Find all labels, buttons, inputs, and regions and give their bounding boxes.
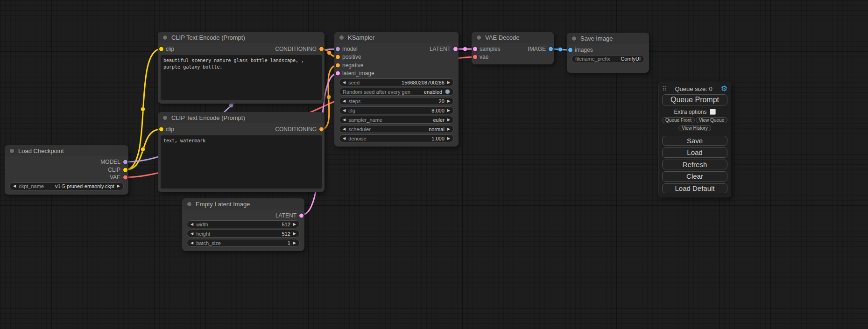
input-slot-positive[interactable] xyxy=(336,55,340,59)
view-history-button[interactable]: View History xyxy=(678,125,711,131)
input-label-images: images xyxy=(575,47,593,53)
link-midpoint-dot xyxy=(141,147,145,152)
node-title: CLIP Text Encode (Prompt) xyxy=(171,34,245,41)
node-load-checkpoint[interactable]: Load Checkpoint MODEL CLIP VAE ◀ ckpt_na… xyxy=(5,145,128,195)
widget-sampler-name[interactable]: ◀ sampler_name euler ▶ xyxy=(339,116,454,124)
toggle-dot-icon[interactable] xyxy=(445,89,450,94)
increment-icon[interactable]: ▶ xyxy=(293,241,296,245)
node-title-bar[interactable]: Save Image xyxy=(567,33,649,44)
node-title-bar[interactable]: Empty Latent Image xyxy=(182,198,304,210)
input-slot-clip[interactable] xyxy=(159,127,163,131)
extra-options-checkbox[interactable] xyxy=(710,109,716,115)
node-status-dot-icon xyxy=(339,35,344,40)
increment-icon[interactable]: ▶ xyxy=(293,223,296,226)
node-clip-text-encode-positive[interactable]: CLIP Text Encode (Prompt) clip CONDITION… xyxy=(158,32,325,104)
queue-panel[interactable]: ⠿ Queue size: 0 ⚙ Queue Prompt Extra opt… xyxy=(658,82,731,197)
save-button[interactable]: Save xyxy=(662,136,727,146)
extra-options-row: Extra options xyxy=(662,109,727,115)
decrement-icon[interactable]: ◀ xyxy=(191,223,193,226)
widget-filename-prefix[interactable]: filename_prefix ComfyUI xyxy=(572,55,644,63)
input-slot-clip[interactable] xyxy=(159,47,163,51)
decrement-icon[interactable]: ◀ xyxy=(343,99,346,103)
node-clip-text-encode-negative[interactable]: CLIP Text Encode (Prompt) clip CONDITION… xyxy=(158,112,325,192)
prompt-textarea[interactable]: text, watermark xyxy=(161,135,322,189)
drag-handle-icon[interactable]: ⠿ xyxy=(662,85,667,92)
graph-canvas[interactable]: Load Checkpoint MODEL CLIP VAE ◀ ckpt_na… xyxy=(0,0,868,329)
increment-icon[interactable]: ▶ xyxy=(293,232,296,236)
widget-denoise[interactable]: ◀ denoise 1.000 ▶ xyxy=(339,134,454,142)
input-label-samples: samples xyxy=(480,46,501,52)
view-queue-button[interactable]: View Queue xyxy=(696,117,727,123)
increment-icon[interactable]: ▶ xyxy=(447,99,450,103)
prompt-textarea[interactable]: beautiful scenery nature glass bottle la… xyxy=(161,55,322,100)
output-label-model: MODEL xyxy=(100,159,120,165)
output-slot-model[interactable] xyxy=(123,160,127,164)
load-button[interactable]: Load xyxy=(662,147,727,157)
node-empty-latent-image[interactable]: Empty Latent Image LATENT ◀ width 512 ▶ … xyxy=(182,198,304,251)
widget-steps[interactable]: ◀ steps 20 ▶ xyxy=(339,97,454,105)
link-midpoint-dot xyxy=(327,51,332,55)
decrement-icon[interactable]: ◀ xyxy=(343,137,346,140)
widget-batch-size[interactable]: ◀ batch_size 1 ▶ xyxy=(187,239,300,247)
output-label-conditioning: CONDITIONING xyxy=(275,126,317,133)
increment-icon[interactable]: ▶ xyxy=(117,184,120,188)
queue-front-button[interactable]: Queue Front xyxy=(662,117,695,123)
output-slot-latent[interactable] xyxy=(453,47,458,51)
increment-icon[interactable]: ▶ xyxy=(447,137,450,140)
decrement-icon[interactable]: ◀ xyxy=(343,127,346,131)
output-slot-latent[interactable] xyxy=(299,213,303,217)
input-slot-images[interactable] xyxy=(568,48,572,52)
node-ksampler[interactable]: KSampler model LATENT positive negative … xyxy=(334,32,459,147)
node-vae-decode[interactable]: VAE Decode samples IMAGE vae xyxy=(472,32,554,64)
widget-ckpt-name[interactable]: ◀ ckpt_name v1-5-pruned-emaonly.ckpt ▶ xyxy=(9,182,124,190)
node-title-bar[interactable]: CLIP Text Encode (Prompt) xyxy=(158,112,325,123)
output-slot-image[interactable] xyxy=(549,47,553,51)
input-slot-latent-image[interactable] xyxy=(336,71,340,76)
widget-seed[interactable]: ◀ seed 156680208700286 ▶ xyxy=(339,78,454,86)
node-title-bar[interactable]: CLIP Text Encode (Prompt) xyxy=(158,32,325,43)
output-slot-conditioning[interactable] xyxy=(319,47,324,51)
decrement-icon[interactable]: ◀ xyxy=(343,118,346,122)
settings-gear-icon[interactable]: ⚙ xyxy=(721,85,727,92)
input-label-negative: negative xyxy=(342,62,363,69)
node-title-bar[interactable]: VAE Decode xyxy=(472,32,554,43)
increment-icon[interactable]: ▶ xyxy=(447,109,450,112)
input-label-positive: positive xyxy=(342,54,361,60)
decrement-icon[interactable]: ◀ xyxy=(343,81,346,84)
output-slot-clip[interactable] xyxy=(123,168,127,172)
node-status-dot-icon xyxy=(572,36,577,41)
output-slot-vae[interactable] xyxy=(123,175,127,180)
decrement-icon[interactable]: ◀ xyxy=(343,109,346,112)
node-status-dot-icon xyxy=(9,148,14,154)
node-save-image[interactable]: Save Image images filename_prefix ComfyU… xyxy=(567,33,649,73)
output-label-conditioning: CONDITIONING xyxy=(275,46,317,52)
node-status-dot-icon xyxy=(476,35,481,40)
decrement-icon[interactable]: ◀ xyxy=(191,232,193,236)
output-slot-conditioning[interactable] xyxy=(319,127,324,131)
increment-icon[interactable]: ▶ xyxy=(447,127,450,131)
node-title: Save Image xyxy=(580,35,613,42)
node-title-bar[interactable]: Load Checkpoint xyxy=(5,145,128,156)
widget-width[interactable]: ◀ width 512 ▶ xyxy=(187,220,300,228)
widget-cfg[interactable]: ◀ cfg 8.000 ▶ xyxy=(339,106,454,114)
node-status-dot-icon xyxy=(187,202,192,207)
decrement-icon[interactable]: ◀ xyxy=(13,184,16,188)
widget-height[interactable]: ◀ height 512 ▶ xyxy=(187,230,300,238)
input-label-latent-image: latent_image xyxy=(342,70,374,77)
increment-icon[interactable]: ▶ xyxy=(447,118,450,122)
refresh-button[interactable]: Refresh xyxy=(662,160,727,169)
widget-scheduler[interactable]: ◀ scheduler normal ▶ xyxy=(339,125,454,133)
node-title-bar[interactable]: KSampler xyxy=(334,32,459,43)
load-default-button[interactable]: Load Default xyxy=(662,183,727,193)
input-slot-model[interactable] xyxy=(336,47,340,51)
widget-random-seed-toggle[interactable]: Random seed after every gen enabled xyxy=(339,88,454,96)
decrement-icon[interactable]: ◀ xyxy=(191,241,193,245)
queue-prompt-button[interactable]: Queue Prompt xyxy=(662,94,727,105)
input-slot-negative[interactable] xyxy=(336,63,340,67)
node-title: Load Checkpoint xyxy=(18,147,64,154)
clear-button[interactable]: Clear xyxy=(662,171,727,181)
input-slot-vae[interactable] xyxy=(473,55,477,59)
increment-icon[interactable]: ▶ xyxy=(447,81,450,84)
input-slot-samples[interactable] xyxy=(473,47,477,51)
node-title: CLIP Text Encode (Prompt) xyxy=(171,114,245,121)
